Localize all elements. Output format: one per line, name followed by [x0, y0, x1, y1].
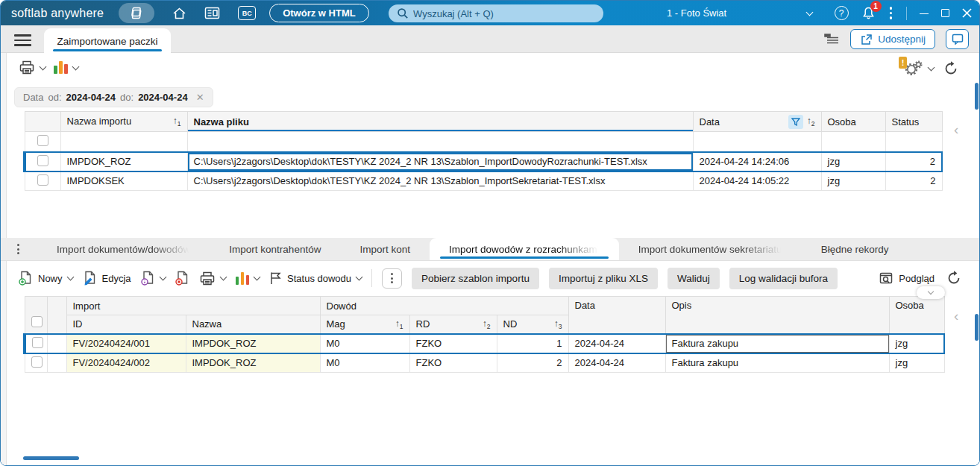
row-checkbox[interactable]: [37, 155, 48, 166]
warning-icon: !: [899, 57, 907, 69]
minimize-button[interactable]: [920, 13, 929, 14]
collapse-detail-button[interactable]: [917, 286, 945, 299]
col-nd[interactable]: ND ↑3: [497, 315, 568, 334]
close-button[interactable]: [962, 8, 972, 18]
print-button[interactable]: [19, 60, 45, 75]
collapse-panel-icon[interactable]: ‹: [954, 308, 958, 324]
col-nazwa[interactable]: Nazwa: [186, 315, 320, 334]
flag-icon: [269, 271, 282, 285]
select-all-checkbox[interactable]: [31, 316, 43, 327]
table-row[interactable]: FV/20240424/002 IMPDOK_ROZ M0 FZKO 2 202…: [25, 353, 944, 373]
row-checkbox[interactable]: [31, 356, 43, 368]
chart-button[interactable]: [236, 272, 260, 285]
tab-import-kont[interactable]: Import kont: [340, 238, 430, 260]
col-data[interactable]: Data: [568, 297, 665, 334]
layers-icon: [129, 7, 144, 19]
tab-import-dokumentow-dowodow[interactable]: Import dokumentów/dowodów: [37, 238, 210, 260]
col-osoba[interactable]: Osoba: [889, 297, 944, 334]
bc-icon: BC: [238, 6, 256, 20]
app-logo: softlab anywhere: [11, 7, 104, 20]
preview-icon: [879, 272, 893, 285]
col-status[interactable]: Status: [885, 112, 942, 132]
chip-do-label: do:: [120, 92, 134, 103]
more-actions-button[interactable]: [382, 268, 402, 289]
select-all-checkbox[interactable]: [37, 135, 48, 146]
validate-button[interactable]: Waliduj: [668, 268, 720, 289]
help-button[interactable]: ?: [835, 6, 849, 20]
tab-import-dowodow-z-rozrachunkami[interactable]: Import dowodów z rozrachunkami: [430, 238, 619, 260]
collapse-panel-icon[interactable]: ‹: [954, 122, 958, 138]
workspaces-button[interactable]: [119, 3, 154, 23]
col-rd[interactable]: RD ↑2: [409, 315, 497, 334]
new-button[interactable]: Nowy: [19, 271, 73, 286]
horizontal-scrollbar[interactable]: [23, 456, 79, 460]
edit-button[interactable]: Edycja: [83, 271, 131, 286]
print-button[interactable]: [199, 271, 226, 286]
bar-chart-icon: [236, 272, 250, 285]
more-menu-button[interactable]: [888, 5, 894, 21]
share-button[interactable]: Udostępnij: [850, 29, 935, 49]
company-selector[interactable]: 1 - Foto Świat: [667, 1, 812, 25]
search-input[interactable]: [389, 4, 603, 22]
table-row[interactable]: FV/20240424/001 IMPDOK_ROZ M0 FZKO 1 202…: [25, 334, 944, 353]
vertical-scrollbar[interactable]: [975, 314, 979, 341]
tab-zaimportowane-paczki[interactable]: Zaimportowane paczki: [44, 28, 171, 54]
tabs-more-icon[interactable]: [17, 244, 19, 254]
col-opis[interactable]: Opis: [665, 297, 889, 334]
documents-table: Import Dowód Data Opis Osoba ID Nazwa Ma…: [23, 296, 945, 373]
refresh-button[interactable]: [943, 61, 958, 76]
col-id[interactable]: ID: [66, 315, 186, 334]
vertical-scrollbar[interactable]: [975, 83, 979, 110]
main-tabbar: Zaimportowane paczki Udostępnij: [1, 25, 979, 53]
news-button[interactable]: [204, 7, 220, 19]
delete-button[interactable]: [175, 271, 189, 286]
download-template-button[interactable]: Pobierz szablon importu: [412, 268, 539, 289]
row-checkbox[interactable]: [37, 174, 48, 186]
chart-button[interactable]: [54, 61, 78, 74]
select-all-row: [25, 132, 942, 152]
open-in-html-button[interactable]: Otwórz w HTML: [269, 4, 369, 22]
validation-log-button[interactable]: Log walidacji bufora: [729, 268, 838, 289]
panel-list-icon[interactable]: [823, 32, 840, 46]
document-info-button[interactable]: [141, 271, 166, 286]
table-row[interactable]: IMPDOKSEK C:\Users\j2zagors\Desktop\dok\…: [25, 171, 942, 191]
col-osoba[interactable]: Osoba: [821, 112, 885, 132]
company-name: 1 - Foto Świat: [667, 7, 726, 19]
bc-button[interactable]: BC: [238, 6, 256, 20]
import-xls-button[interactable]: Importuj z pliku XLS: [549, 268, 658, 289]
chevron-down-icon: [356, 274, 363, 281]
chevron-down-icon: [806, 8, 814, 16]
remove-filter-icon[interactable]: ✕: [196, 92, 204, 103]
imports-table-header: Nazwa importu ↑1 Nazwa pliku Data ↑2: [25, 112, 942, 132]
chip-do-value: 2024-04-24: [138, 92, 188, 103]
row-checkbox[interactable]: [32, 337, 43, 348]
share-icon: [860, 34, 873, 45]
tab-import-dokumentow-sekretariatu[interactable]: Import dokumentów sekretariatu: [619, 238, 802, 260]
filter-funnel-icon[interactable]: [788, 115, 803, 129]
tab-bledne-rekordy[interactable]: Błędne rekordy: [802, 238, 908, 260]
col-nazwa-pliku[interactable]: Nazwa pliku: [187, 112, 693, 132]
home-button[interactable]: [172, 7, 186, 20]
preview-button[interactable]: Podgląd: [879, 272, 935, 285]
col-mag[interactable]: Mag ↑1: [320, 315, 409, 334]
col-data[interactable]: Data ↑2: [693, 112, 821, 132]
top-grid-toolbar-right: !: [904, 60, 958, 77]
menu-button[interactable]: [14, 34, 31, 46]
notifications-button[interactable]: 1: [861, 6, 876, 20]
chevron-down-icon: [928, 63, 935, 71]
search-icon: [397, 7, 409, 19]
chevron-down-icon: [66, 274, 74, 281]
table-row[interactable]: IMPDOK_ROZ C:\Users\j2zagors\Desktop\dok…: [25, 152, 942, 171]
sort-asc-icon: ↑3: [554, 318, 562, 330]
chevron-down-icon: [254, 274, 261, 281]
settings-button[interactable]: !: [904, 60, 934, 77]
date-filter-chip[interactable]: Data od: 2024-04-24 do: 2024-04-24 ✕: [14, 87, 213, 107]
sort-asc-icon: ↑1: [173, 116, 181, 127]
status-dowodu-button[interactable]: Status dowodu: [269, 271, 362, 285]
maximize-button[interactable]: [941, 9, 949, 17]
refresh-button[interactable]: [946, 271, 961, 286]
col-nazwa-importu[interactable]: Nazwa importu ↑1: [60, 112, 187, 132]
tab-import-kontrahentow[interactable]: Import kontrahentów: [210, 238, 340, 260]
document-add-icon: [19, 271, 33, 286]
comments-button[interactable]: [946, 29, 969, 49]
